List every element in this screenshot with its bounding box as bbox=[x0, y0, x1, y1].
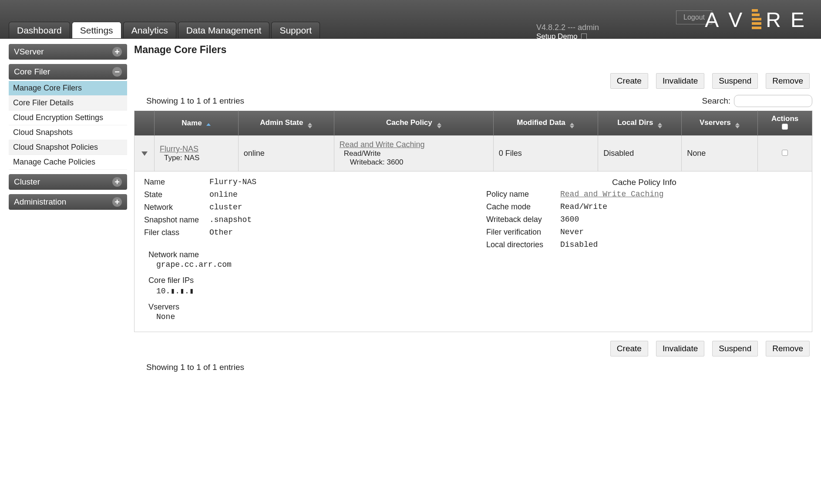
tab-settings[interactable]: Settings bbox=[72, 22, 121, 38]
remove-button[interactable]: Remove bbox=[766, 73, 810, 89]
detail-panel: Name Flurry-NAS State online Network clu… bbox=[134, 171, 812, 332]
create-button-bottom[interactable]: Create bbox=[610, 341, 648, 356]
action-row-top: Create Invalidate Suspend Remove bbox=[134, 73, 812, 89]
col-expand bbox=[135, 111, 155, 136]
cache-policy-link[interactable]: Read and Write Caching bbox=[340, 140, 425, 149]
col-local-dirs[interactable]: Local Dirs bbox=[598, 111, 682, 136]
version-text: V4.8.2.2 --- admin bbox=[536, 23, 599, 32]
sidebar-section-administration[interactable]: Administration + bbox=[9, 194, 127, 210]
showing-text-bottom: Showing 1 to 1 of 1 entries bbox=[146, 363, 812, 372]
sidebar-item-cloud-encryption[interactable]: Cloud Encryption Settings bbox=[9, 111, 127, 125]
detail-snapshot-label: Snapshot name bbox=[144, 215, 209, 225]
sort-icon bbox=[437, 123, 441, 128]
cache-policy-info-title: Cache Policy Info bbox=[486, 178, 802, 187]
filer-name-link[interactable]: Flurry-NAS bbox=[160, 144, 199, 153]
tab-analytics[interactable]: Analytics bbox=[123, 22, 176, 38]
cache-mode-label: Cache mode bbox=[486, 202, 560, 212]
cell-local-dirs: Disabled bbox=[598, 136, 682, 171]
row-select-checkbox[interactable] bbox=[782, 150, 788, 156]
cell-admin-state: online bbox=[238, 136, 334, 171]
core-filer-ips-label: Core filer IPs bbox=[148, 276, 460, 285]
plus-icon: + bbox=[112, 47, 122, 57]
suspend-button[interactable]: Suspend bbox=[712, 73, 758, 89]
plus-icon: + bbox=[112, 177, 122, 187]
col-cache-policy[interactable]: Cache Policy bbox=[334, 111, 493, 136]
remove-button-bottom[interactable]: Remove bbox=[766, 341, 810, 356]
tab-dashboard[interactable]: Dashboard bbox=[9, 22, 70, 38]
create-button[interactable]: Create bbox=[610, 73, 648, 89]
showing-text-top: Showing 1 to 1 of 1 entries bbox=[146, 96, 244, 106]
cache-mode-text: Read/Write bbox=[340, 149, 488, 158]
sidebar-item-cloud-snapshot-policies[interactable]: Cloud Snapshot Policies bbox=[9, 140, 127, 155]
detail-network-label: Network bbox=[144, 203, 209, 212]
minus-icon: − bbox=[112, 67, 122, 77]
sort-icon bbox=[570, 123, 574, 128]
sidebar-section-core-filer[interactable]: Core Filer − bbox=[9, 64, 127, 80]
plus-icon: + bbox=[112, 197, 122, 207]
sidebar-section-vserver[interactable]: VServer + bbox=[9, 44, 127, 60]
sort-icon bbox=[658, 123, 662, 128]
top-bar: Logout V4.8.2.2 --- admin Setup Demo A V… bbox=[0, 0, 821, 39]
invalidate-button-bottom[interactable]: Invalidate bbox=[656, 341, 704, 356]
filer-type: Type: NAS bbox=[160, 154, 233, 162]
filer-verification-value: Never bbox=[560, 228, 584, 237]
cache-mode-value: Read/Write bbox=[560, 202, 607, 212]
detail-vservers-value: None bbox=[148, 312, 460, 321]
col-name[interactable]: Name bbox=[155, 111, 239, 136]
core-filer-ips-value: 10.▮.▮.▮ bbox=[148, 286, 460, 296]
writeback-delay-label: Writeback delay bbox=[486, 215, 560, 224]
tab-data-management[interactable]: Data Management bbox=[178, 22, 270, 38]
col-vservers[interactable]: Vservers bbox=[682, 111, 758, 136]
sidebar-section-cluster[interactable]: Cluster + bbox=[9, 174, 127, 190]
sidebar-item-cloud-snapshots[interactable]: Cloud Snapshots bbox=[9, 125, 127, 140]
avere-logo: A V R E bbox=[705, 8, 810, 32]
action-row-bottom: Create Invalidate Suspend Remove bbox=[134, 341, 812, 356]
sort-icon bbox=[308, 123, 312, 128]
document-icon bbox=[581, 34, 587, 39]
writeback-delay-value: 3600 bbox=[560, 215, 579, 224]
detail-class-label: Filer class bbox=[144, 228, 209, 237]
sidebar-item-core-filer-details[interactable]: Core Filer Details bbox=[9, 96, 127, 111]
detail-state-value: online bbox=[209, 190, 238, 199]
table-row: Flurry-NAS Type: NAS online Read and Wri… bbox=[135, 136, 812, 171]
detail-name-value: Flurry-NAS bbox=[209, 178, 256, 187]
search-label: Search: bbox=[702, 96, 730, 106]
detail-snapshot-value: .snapshot bbox=[209, 215, 252, 225]
tab-support[interactable]: Support bbox=[271, 22, 320, 38]
detail-network-value: cluster bbox=[209, 203, 242, 212]
invalidate-button[interactable]: Invalidate bbox=[656, 73, 704, 89]
detail-name-label: Name bbox=[144, 178, 209, 187]
col-actions: Actions bbox=[758, 111, 812, 136]
version-info: V4.8.2.2 --- admin Setup Demo bbox=[536, 23, 599, 41]
page-title: Manage Core Filers bbox=[134, 44, 812, 56]
select-all-checkbox[interactable] bbox=[782, 124, 788, 130]
col-modified-data[interactable]: Modified Data bbox=[493, 111, 598, 136]
main-tabs: Dashboard Settings Analytics Data Manage… bbox=[9, 22, 320, 38]
search-input[interactable] bbox=[734, 95, 812, 107]
policy-name-link[interactable]: Read and Write Caching bbox=[560, 190, 664, 199]
policy-name-label: Policy name bbox=[486, 190, 560, 199]
core-filers-table: Name Admin State Cache Policy Modified D… bbox=[134, 111, 812, 171]
sort-icon bbox=[735, 123, 740, 128]
logo-e-icon bbox=[752, 9, 761, 29]
expand-row-toggle[interactable] bbox=[141, 151, 148, 156]
local-directories-label: Local directories bbox=[486, 240, 560, 249]
sidebar-item-manage-core-filers[interactable]: Manage Core Filers bbox=[9, 81, 127, 96]
cell-modified-data: 0 Files bbox=[493, 136, 598, 171]
suspend-button-bottom[interactable]: Suspend bbox=[712, 341, 758, 356]
local-directories-value: Disabled bbox=[560, 240, 598, 249]
network-name-label: Network name bbox=[148, 250, 460, 259]
detail-state-label: State bbox=[144, 190, 209, 199]
detail-vservers-label: Vservers bbox=[148, 302, 460, 312]
sidebar-item-manage-cache-policies[interactable]: Manage Cache Policies bbox=[9, 155, 127, 170]
cell-vservers: None bbox=[682, 136, 758, 171]
col-admin-state[interactable]: Admin State bbox=[238, 111, 334, 136]
writeback-text: Writeback: 3600 bbox=[340, 158, 488, 167]
sidebar: VServer + Core Filer − Manage Core Filer… bbox=[9, 44, 127, 372]
network-name-value: grape.cc.arr.com bbox=[148, 260, 460, 269]
setup-demo-link[interactable]: Setup Demo bbox=[536, 32, 599, 41]
filer-verification-label: Filer verification bbox=[486, 228, 560, 237]
detail-class-value: Other bbox=[209, 228, 233, 237]
sort-icon bbox=[206, 123, 211, 126]
